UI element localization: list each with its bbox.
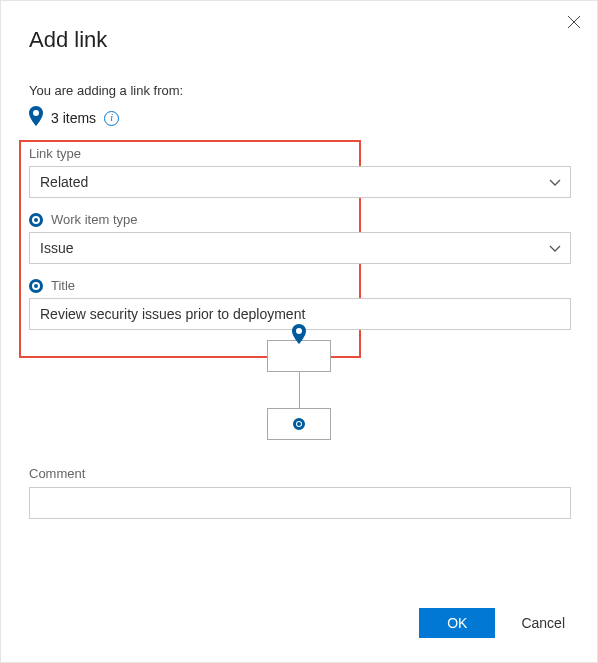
title-group: Title Review security issues prior to de… [29, 278, 569, 330]
diagram-target-box [267, 408, 331, 440]
ring-icon [29, 279, 43, 293]
info-icon[interactable]: i [104, 111, 119, 126]
pin-icon [292, 324, 306, 348]
link-type-select[interactable]: Related [29, 166, 571, 198]
link-type-label: Link type [29, 146, 569, 161]
svg-point-0 [33, 110, 39, 116]
diagram-connector [299, 372, 300, 408]
relationship-diagram [29, 340, 569, 440]
close-button[interactable] [567, 15, 581, 33]
items-row: 3 items i [29, 106, 569, 130]
dialog-title: Add link [29, 27, 569, 53]
title-label: Title [51, 278, 75, 293]
pin-icon [29, 106, 43, 130]
cancel-button[interactable]: Cancel [517, 608, 569, 638]
link-type-group: Link type Related [29, 146, 569, 198]
dialog-footer: OK Cancel [419, 608, 569, 638]
add-link-dialog: Add link You are adding a link from: 3 i… [1, 1, 597, 553]
subtext: You are adding a link from: [29, 83, 569, 98]
close-icon [567, 15, 581, 29]
ok-button[interactable]: OK [419, 608, 495, 638]
svg-point-1 [296, 328, 302, 334]
diagram-source-box [267, 340, 331, 372]
comment-group: Comment [29, 466, 569, 519]
work-item-type-select[interactable]: Issue [29, 232, 571, 264]
ring-icon [293, 418, 305, 430]
comment-label: Comment [29, 466, 569, 481]
work-item-type-label: Work item type [51, 212, 137, 227]
items-count: 3 items [51, 110, 96, 126]
comment-input[interactable] [29, 487, 571, 519]
work-item-type-group: Work item type Issue [29, 212, 569, 264]
ring-icon [29, 213, 43, 227]
